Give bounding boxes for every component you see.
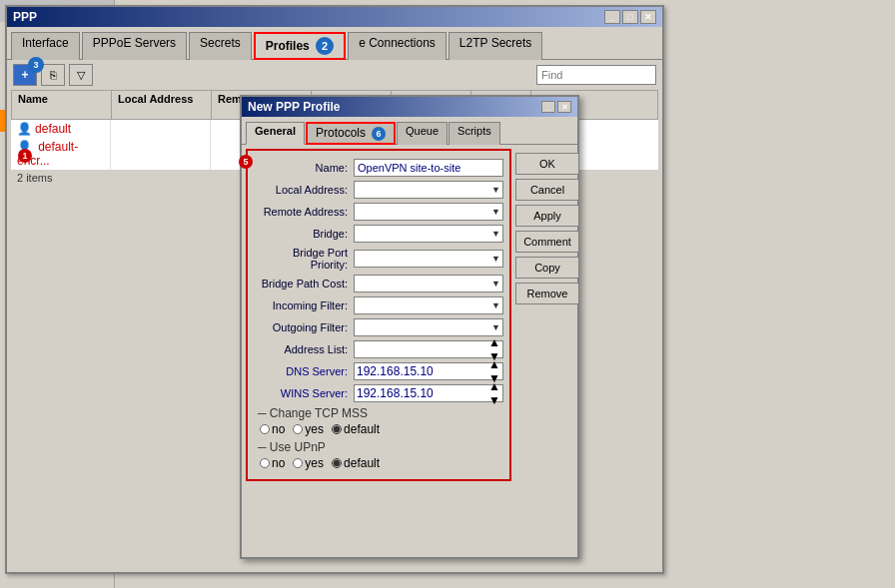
radio-icon (260, 424, 270, 434)
bridge-path-cost-row: Bridge Path Cost: ▼ (254, 275, 503, 293)
dialog-tab-bar: General Protocols 6 Queue Scripts (242, 117, 577, 145)
copy-toolbar-button[interactable]: ⎘ (41, 64, 65, 86)
radio-icon (260, 458, 270, 468)
ok-button[interactable]: OK (515, 153, 579, 175)
tab-active-connections[interactable]: e Connections (348, 32, 447, 60)
change-tcp-mss-section: ─ Change TCP MSS (254, 406, 503, 420)
incoming-filter-select[interactable]: ▼ (354, 296, 503, 314)
remote-address-row: Remote Address: ▼ (254, 203, 503, 221)
radio-icon (293, 424, 303, 434)
use-upnp-section: ─ Use UPnP (254, 440, 503, 454)
tab-profiles[interactable]: Profiles 2 (254, 32, 346, 60)
local-address-select[interactable]: ▼ (354, 181, 503, 199)
dialog-tab-general[interactable]: General (246, 122, 305, 145)
close-button[interactable]: ✕ (640, 10, 656, 24)
dialog-buttons: OK Cancel Apply Comment Copy Remove (511, 149, 581, 481)
bridge-label: Bridge: (254, 228, 354, 240)
cancel-button[interactable]: Cancel (515, 179, 579, 201)
radio-icon (332, 424, 342, 434)
comment-button[interactable]: Comment (515, 231, 579, 253)
local-address-label: Local Address: (254, 184, 354, 196)
row-name: 👤 1 default-encr... (11, 138, 111, 170)
change-tcp-mss-options: no yes default (260, 422, 503, 436)
find-input[interactable] (536, 65, 656, 85)
incoming-filter-label: Incoming Filter: (254, 299, 354, 311)
dns-server-label: DNS Server: (254, 365, 354, 377)
remote-address-select[interactable]: ▼ (354, 203, 503, 221)
col-name: Name (12, 91, 112, 119)
bridge-row: Bridge: ▼ (254, 225, 503, 243)
add-button[interactable]: + 3 (13, 64, 37, 86)
profiles-badge: 2 (316, 37, 334, 55)
apply-button[interactable]: Apply (515, 205, 579, 227)
dropdown-arrow-icon: ▼ (491, 254, 500, 264)
outgoing-filter-select[interactable]: ▼ (354, 318, 503, 336)
bridge-port-priority-select[interactable]: ▼ (354, 250, 503, 268)
col-local-address: Local Address (112, 91, 212, 119)
address-list-label: Address List: (254, 343, 354, 355)
address-list-row: Address List: ▲ ▼ (254, 340, 503, 358)
dialog-tab-protocols[interactable]: Protocols 6 (306, 122, 396, 145)
tab-pppoe-servers[interactable]: PPPoE Servers (82, 32, 187, 60)
radio-icon (293, 458, 303, 468)
dropdown-arrow-icon: ▼ (491, 207, 500, 217)
protocols-badge: 6 (372, 127, 386, 141)
dropdown-arrow-icon: ▼ (491, 185, 500, 195)
dialog-content: 5 Name: Local Address: ▼ Remote Address: (242, 145, 577, 485)
remote-address-label: Remote Address: (254, 206, 354, 218)
bridge-port-priority-label: Bridge Port Priority: (254, 247, 354, 271)
dialog-tab-queue[interactable]: Queue (397, 122, 448, 145)
dialog-tab-scripts[interactable]: Scripts (448, 122, 500, 145)
row-name: 👤 default (11, 120, 111, 138)
use-upnp-options: no yes default (260, 456, 503, 470)
tcp-mss-no[interactable]: no (260, 422, 285, 436)
dropdown-arrow-icon: ▼ (491, 279, 500, 289)
tcp-mss-yes[interactable]: yes (293, 422, 324, 436)
maximize-button[interactable]: □ (622, 10, 638, 24)
wins-server-label: WINS Server: (254, 387, 354, 399)
address-list-spinbox[interactable]: ▲ ▼ (354, 340, 503, 358)
wins-server-row: WINS Server: 192.168.15.10 ▲ ▼ (254, 384, 503, 402)
wins-server-spinbox[interactable]: 192.168.15.10 ▲ ▼ (354, 384, 503, 402)
dns-server-spinbox[interactable]: 192.168.15.10 ▲ ▼ (354, 362, 503, 380)
dns-server-row: DNS Server: 192.168.15.10 ▲ ▼ (254, 362, 503, 380)
name-label: Name: (254, 162, 354, 174)
dialog-minimize-button[interactable]: _ (541, 101, 555, 113)
copy-button[interactable]: Copy (515, 257, 579, 279)
tab-secrets[interactable]: Secrets (189, 32, 252, 60)
upnp-no[interactable]: no (260, 456, 285, 470)
section-divider-left: ─ (258, 440, 270, 454)
name-input[interactable] (354, 159, 503, 177)
upnp-yes[interactable]: yes (293, 456, 324, 470)
tcp-mss-default[interactable]: default (332, 422, 380, 436)
tab-interface[interactable]: Interface (11, 32, 80, 60)
dialog-close-button[interactable]: ✕ (557, 101, 571, 113)
step5-badge: 5 (239, 155, 253, 169)
outgoing-filter-row: Outgoing Filter: ▼ (254, 318, 503, 336)
radio-icon (332, 458, 342, 468)
ppp-tab-bar: Interface PPPoE Servers Secrets Profiles… (7, 27, 662, 60)
bridge-path-cost-label: Bridge Path Cost: (254, 278, 354, 290)
minimize-button[interactable]: _ (604, 10, 620, 24)
ppp-titlebar: PPP _ □ ✕ (7, 7, 662, 27)
person-icon: 👤 (17, 122, 32, 136)
dialog-form: 5 Name: Local Address: ▼ Remote Address: (246, 149, 511, 481)
bridge-port-priority-row: Bridge Port Priority: ▼ (254, 247, 503, 271)
upnp-default[interactable]: default (332, 456, 380, 470)
wins-server-value: 192.168.15.10 (357, 386, 434, 400)
tab-l2tp-secrets[interactable]: L2TP Secrets (448, 32, 542, 60)
add-badge: 3 (28, 57, 44, 73)
bridge-select[interactable]: ▼ (354, 225, 503, 243)
filter-button[interactable]: ▽ (69, 64, 93, 86)
section-divider-left: ─ (258, 406, 270, 420)
outgoing-filter-label: Outgoing Filter: (254, 321, 354, 333)
new-ppp-profile-dialog: New PPP Profile _ ✕ General Protocols 6 … (240, 95, 579, 559)
incoming-filter-row: Incoming Filter: ▼ (254, 296, 503, 314)
dialog-title: New PPP Profile (248, 100, 340, 114)
window-controls: _ □ ✕ (604, 10, 656, 24)
remove-button[interactable]: Remove (515, 283, 579, 304)
bridge-path-cost-select[interactable]: ▼ (354, 275, 503, 293)
dropdown-arrow-icon: ▼ (491, 229, 500, 239)
dns-server-value: 192.168.15.10 (357, 364, 434, 378)
dialog-titlebar: New PPP Profile _ ✕ (242, 97, 577, 117)
